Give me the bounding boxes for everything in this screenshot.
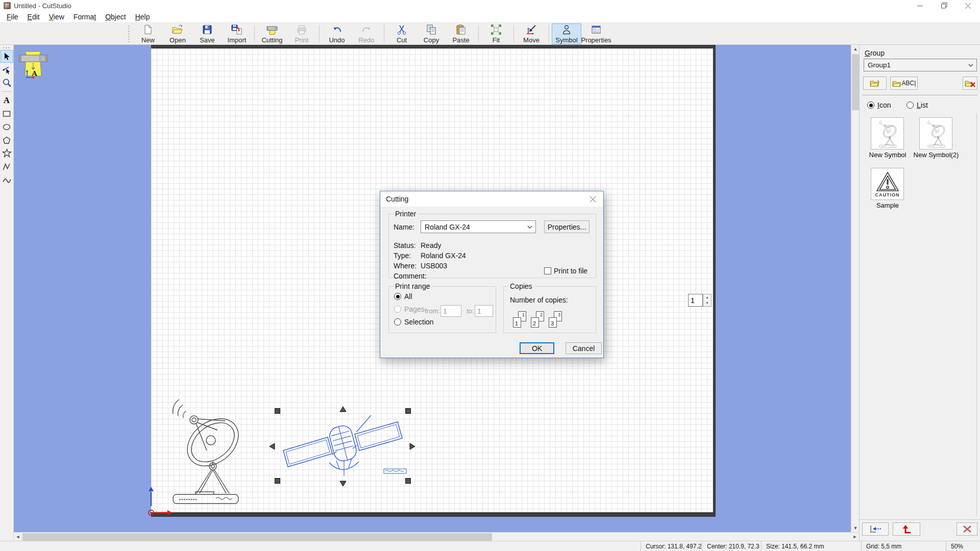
selection-handle-ne[interactable] (405, 408, 411, 414)
menu-object[interactable]: Object (101, 12, 130, 22)
cut-button[interactable]: Cut (387, 23, 416, 44)
range-selection-radio[interactable]: Selection (394, 318, 434, 326)
menu-file[interactable]: File (2, 12, 23, 22)
select-tool[interactable] (1, 50, 13, 63)
range-all-radio[interactable]: All (394, 292, 412, 300)
text-tool-icon: A (4, 95, 10, 106)
panel-footer (860, 519, 980, 541)
delete-group-button[interactable] (963, 77, 977, 90)
rename-group-button[interactable]: ABC| (890, 77, 918, 90)
toolbar-separator (319, 25, 320, 42)
selection-handle-sw[interactable] (275, 478, 280, 484)
new-button[interactable]: New (133, 23, 163, 44)
selection-handle-se[interactable] (405, 478, 411, 484)
app-icon (4, 2, 11, 9)
minimize-button[interactable] (908, 0, 932, 11)
zoom-tool[interactable] (1, 77, 13, 89)
canvas-horizontal-scrollbar[interactable]: ◄ ► (14, 532, 859, 541)
satellite-selection[interactable] (277, 411, 408, 481)
cancel-button[interactable]: Cancel (566, 342, 602, 354)
range-pages-radio[interactable]: Pages (394, 305, 425, 313)
symbol-item-sample[interactable]: CAUTION (871, 168, 904, 200)
open-button[interactable]: Open (163, 23, 192, 44)
satellite-dish-drawing[interactable] (166, 393, 243, 508)
selection-handle-w[interactable] (269, 443, 276, 449)
group-selected-value: Group1 (868, 61, 891, 69)
print-range-group-label: Print range (393, 282, 432, 290)
new-group-button[interactable] (863, 77, 887, 90)
ok-button[interactable]: OK (520, 342, 554, 354)
view-list-radio[interactable]: List (906, 101, 928, 109)
spin-down-button[interactable]: ▼ (703, 300, 711, 307)
copy-icon (426, 24, 437, 36)
move-button[interactable]: Move (517, 23, 546, 44)
spin-up-button[interactable]: ▲ (703, 294, 711, 300)
scroll-down-arrow[interactable]: ▼ (851, 524, 859, 532)
selection-handle-nw[interactable] (275, 408, 280, 414)
to-input[interactable] (475, 305, 493, 317)
scroll-left-arrow[interactable]: ◄ (14, 533, 22, 541)
symbol-place-button[interactable] (893, 522, 920, 536)
symbol-item-new-symbol-2[interactable] (919, 117, 952, 149)
selection-handle-n[interactable] (339, 406, 347, 412)
import-button[interactable]: Import (222, 23, 252, 44)
dialog-close-button[interactable] (582, 191, 603, 207)
group-combobox[interactable]: Group1 (864, 59, 977, 71)
star-tool[interactable] (1, 147, 13, 160)
view-icon-radio[interactable]: Icon (867, 101, 891, 109)
vertical-scroll-thumb[interactable] (852, 54, 859, 110)
palette-grip[interactable] (3, 46, 11, 49)
caution-triangle-thumbnail (875, 170, 900, 193)
properties-button[interactable]: Properties (581, 23, 611, 44)
polyline-tool[interactable] (1, 160, 13, 173)
satellite-drawing[interactable] (279, 412, 407, 481)
status-value: Ready (421, 241, 441, 249)
copy-button[interactable]: Copy (416, 23, 446, 44)
symbol-import-button[interactable] (862, 522, 889, 536)
application-window: Untitled - CutStudio FileEditViewFormatO… (0, 0, 980, 551)
selection-handle-e[interactable] (409, 443, 416, 449)
from-label: from: (425, 307, 440, 315)
undo-button[interactable]: Undo (322, 23, 352, 44)
move-icon (526, 24, 537, 36)
text-tool[interactable]: A (1, 94, 13, 107)
symbol-item-new-symbol[interactable] (871, 117, 904, 149)
menu-help[interactable]: Help (131, 12, 155, 22)
redo-button[interactable]: Redo (352, 23, 381, 44)
symbol-list-scroll-track[interactable] (976, 113, 977, 516)
copies-input[interactable] (688, 294, 703, 307)
paste-button[interactable]: Paste (446, 23, 476, 44)
save-button[interactable]: Save (192, 23, 222, 44)
close-button[interactable] (956, 0, 980, 11)
toolbar-grip[interactable] (128, 25, 130, 42)
menu-view[interactable]: View (44, 12, 69, 22)
status-grid: Grid: 5,5 mm (861, 541, 946, 551)
scroll-right-arrow[interactable]: ► (851, 533, 859, 541)
print-to-file-checkbox[interactable]: Print to file (544, 267, 587, 275)
node-edit-tool[interactable] (1, 63, 13, 76)
scroll-up-arrow[interactable]: ▲ (851, 45, 859, 53)
fit-button[interactable]: Fit (481, 23, 511, 44)
polygon-tool[interactable] (1, 134, 13, 146)
menu-edit[interactable]: Edit (23, 12, 44, 22)
print-button[interactable]: Print (287, 23, 316, 44)
horizontal-scroll-thumb[interactable] (22, 533, 492, 541)
symbol-delete-button[interactable] (957, 522, 977, 536)
restore-button[interactable] (932, 0, 956, 11)
rectangle-tool[interactable] (1, 107, 13, 120)
cutting-button[interactable]: Cutting (257, 23, 287, 44)
selection-handle-s[interactable] (339, 480, 347, 486)
new-icon (142, 24, 154, 36)
curve-tool[interactable] (1, 173, 13, 186)
menu-bar: FileEditViewFormatObjectHelp (0, 11, 980, 23)
symbol-button[interactable]: Symbol (552, 23, 581, 44)
menu-format[interactable]: Format (69, 12, 101, 22)
from-input[interactable] (440, 305, 461, 317)
cutter-machine-icon[interactable]: A (18, 48, 48, 79)
radio-icon (394, 293, 401, 300)
print-range-groupbox: Print range All Pages from: to: Selectio… (388, 286, 496, 333)
printer-properties-button[interactable]: Properties... (544, 220, 590, 233)
ellipse-tool[interactable] (1, 120, 13, 133)
printer-name-combobox[interactable]: Roland GX-24 (421, 220, 536, 233)
canvas-vertical-scrollbar[interactable]: ▲ ▼ (851, 45, 859, 532)
